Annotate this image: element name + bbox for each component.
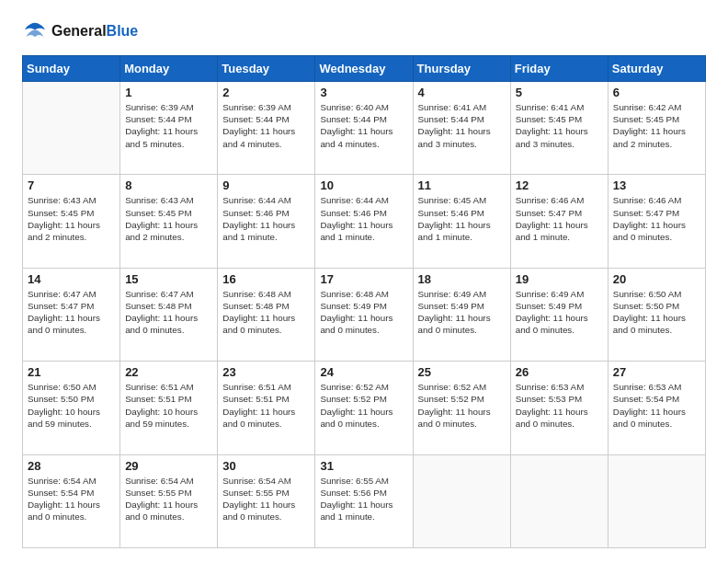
day-number: 9 — [222, 178, 310, 192]
day-info: Sunrise: 6:41 AMSunset: 5:45 PMDaylight:… — [516, 101, 603, 150]
weekday-header-thursday: Thursday — [413, 56, 510, 82]
weekday-header-saturday: Saturday — [608, 56, 705, 82]
day-number: 2 — [222, 86, 310, 99]
weekday-header-wednesday: Wednesday — [315, 56, 413, 82]
calendar-day-22: 22Sunrise: 6:51 AMSunset: 5:51 PMDayligh… — [120, 362, 218, 454]
day-info: Sunrise: 6:49 AMSunset: 5:49 PMDaylight:… — [418, 288, 506, 337]
day-info: Sunrise: 6:46 AMSunset: 5:47 PMDaylight:… — [516, 194, 603, 243]
calendar-day-18: 18Sunrise: 6:49 AMSunset: 5:49 PMDayligh… — [413, 268, 510, 361]
day-info: Sunrise: 6:48 AMSunset: 5:48 PMDaylight:… — [222, 288, 310, 337]
header: GeneralBlue — [22, 18, 706, 44]
calendar-day-29: 29Sunrise: 6:54 AMSunset: 5:55 PMDayligh… — [120, 454, 218, 547]
day-number: 7 — [28, 178, 115, 192]
calendar-day-17: 17Sunrise: 6:48 AMSunset: 5:49 PMDayligh… — [315, 268, 413, 361]
calendar-day-11: 11Sunrise: 6:45 AMSunset: 5:46 PMDayligh… — [413, 175, 510, 268]
logo: GeneralBlue — [22, 18, 138, 44]
day-number: 14 — [28, 272, 115, 286]
day-number: 19 — [516, 272, 603, 286]
day-info: Sunrise: 6:53 AMSunset: 5:53 PMDaylight:… — [516, 381, 603, 430]
day-info: Sunrise: 6:47 AMSunset: 5:48 PMDaylight:… — [125, 288, 212, 337]
logo-icon — [22, 18, 48, 44]
day-number: 16 — [222, 272, 310, 286]
calendar-week-1: 1Sunrise: 6:39 AMSunset: 5:44 PMDaylight… — [23, 82, 706, 175]
calendar-week-2: 7Sunrise: 6:43 AMSunset: 5:45 PMDaylight… — [23, 175, 706, 268]
day-number: 29 — [125, 459, 212, 473]
calendar-day-10: 10Sunrise: 6:44 AMSunset: 5:46 PMDayligh… — [315, 175, 413, 268]
calendar-day-21: 21Sunrise: 6:50 AMSunset: 5:50 PMDayligh… — [23, 362, 120, 454]
day-info: Sunrise: 6:43 AMSunset: 5:45 PMDaylight:… — [28, 194, 115, 243]
calendar-day-13: 13Sunrise: 6:46 AMSunset: 5:47 PMDayligh… — [608, 175, 705, 268]
day-info: Sunrise: 6:46 AMSunset: 5:47 PMDaylight:… — [613, 194, 700, 243]
day-info: Sunrise: 6:52 AMSunset: 5:52 PMDaylight:… — [418, 381, 506, 430]
day-info: Sunrise: 6:42 AMSunset: 5:45 PMDaylight:… — [613, 101, 700, 150]
day-number: 22 — [125, 365, 212, 379]
day-info: Sunrise: 6:39 AMSunset: 5:44 PMDaylight:… — [222, 101, 310, 150]
calendar-day-empty — [23, 82, 120, 175]
day-number: 18 — [418, 272, 506, 286]
day-number: 11 — [418, 178, 506, 192]
day-info: Sunrise: 6:55 AMSunset: 5:56 PMDaylight:… — [320, 475, 407, 523]
day-info: Sunrise: 6:50 AMSunset: 5:50 PMDaylight:… — [28, 381, 115, 430]
calendar-day-31: 31Sunrise: 6:55 AMSunset: 5:56 PMDayligh… — [315, 454, 413, 547]
weekday-header-friday: Friday — [510, 56, 608, 82]
day-number: 8 — [125, 178, 212, 192]
day-info: Sunrise: 6:51 AMSunset: 5:51 PMDaylight:… — [125, 381, 212, 430]
day-number: 21 — [28, 365, 115, 379]
calendar-day-6: 6Sunrise: 6:42 AMSunset: 5:45 PMDaylight… — [608, 82, 705, 175]
calendar-day-empty — [510, 454, 608, 547]
day-number: 28 — [28, 459, 115, 473]
calendar-day-19: 19Sunrise: 6:49 AMSunset: 5:49 PMDayligh… — [510, 268, 608, 361]
weekday-header-monday: Monday — [120, 56, 218, 82]
calendar-week-3: 14Sunrise: 6:47 AMSunset: 5:47 PMDayligh… — [23, 268, 706, 361]
calendar-day-1: 1Sunrise: 6:39 AMSunset: 5:44 PMDaylight… — [120, 82, 218, 175]
day-number: 12 — [516, 178, 603, 192]
day-info: Sunrise: 6:44 AMSunset: 5:46 PMDaylight:… — [222, 194, 310, 243]
calendar-day-14: 14Sunrise: 6:47 AMSunset: 5:47 PMDayligh… — [23, 268, 120, 361]
day-number: 1 — [125, 86, 212, 99]
calendar-day-5: 5Sunrise: 6:41 AMSunset: 5:45 PMDaylight… — [510, 82, 608, 175]
day-info: Sunrise: 6:54 AMSunset: 5:55 PMDaylight:… — [125, 475, 212, 523]
day-number: 23 — [222, 365, 310, 379]
day-number: 26 — [516, 365, 603, 379]
calendar-day-30: 30Sunrise: 6:54 AMSunset: 5:55 PMDayligh… — [218, 454, 315, 547]
day-info: Sunrise: 6:41 AMSunset: 5:44 PMDaylight:… — [418, 101, 506, 150]
calendar-day-23: 23Sunrise: 6:51 AMSunset: 5:51 PMDayligh… — [218, 362, 315, 454]
page: GeneralBlue SundayMondayTuesdayWednesday… — [0, 0, 728, 563]
day-info: Sunrise: 6:50 AMSunset: 5:50 PMDaylight:… — [613, 288, 700, 337]
day-info: Sunrise: 6:53 AMSunset: 5:54 PMDaylight:… — [613, 381, 700, 430]
calendar-day-7: 7Sunrise: 6:43 AMSunset: 5:45 PMDaylight… — [23, 175, 120, 268]
day-number: 10 — [320, 178, 407, 192]
calendar-day-9: 9Sunrise: 6:44 AMSunset: 5:46 PMDaylight… — [218, 175, 315, 268]
day-number: 6 — [613, 86, 700, 99]
day-number: 30 — [222, 459, 310, 473]
day-info: Sunrise: 6:44 AMSunset: 5:46 PMDaylight:… — [320, 194, 407, 243]
calendar-day-empty — [413, 454, 510, 547]
day-number: 31 — [320, 459, 407, 473]
calendar-day-4: 4Sunrise: 6:41 AMSunset: 5:44 PMDaylight… — [413, 82, 510, 175]
day-number: 27 — [613, 365, 700, 379]
day-number: 25 — [418, 365, 506, 379]
day-info: Sunrise: 6:51 AMSunset: 5:51 PMDaylight:… — [222, 381, 310, 430]
day-info: Sunrise: 6:54 AMSunset: 5:54 PMDaylight:… — [28, 475, 115, 523]
weekday-header-tuesday: Tuesday — [218, 56, 315, 82]
calendar-day-27: 27Sunrise: 6:53 AMSunset: 5:54 PMDayligh… — [608, 362, 705, 454]
day-info: Sunrise: 6:49 AMSunset: 5:49 PMDaylight:… — [516, 288, 603, 337]
day-info: Sunrise: 6:45 AMSunset: 5:46 PMDaylight:… — [418, 194, 506, 243]
weekday-header-sunday: Sunday — [23, 56, 120, 82]
calendar-day-2: 2Sunrise: 6:39 AMSunset: 5:44 PMDaylight… — [218, 82, 315, 175]
calendar-day-empty — [608, 454, 705, 547]
day-info: Sunrise: 6:39 AMSunset: 5:44 PMDaylight:… — [125, 101, 212, 150]
day-number: 4 — [418, 86, 506, 99]
day-number: 20 — [613, 272, 700, 286]
calendar-day-26: 26Sunrise: 6:53 AMSunset: 5:53 PMDayligh… — [510, 362, 608, 454]
day-info: Sunrise: 6:43 AMSunset: 5:45 PMDaylight:… — [125, 194, 212, 243]
day-number: 24 — [320, 365, 407, 379]
day-info: Sunrise: 6:54 AMSunset: 5:55 PMDaylight:… — [222, 475, 310, 523]
day-number: 15 — [125, 272, 212, 286]
day-number: 17 — [320, 272, 407, 286]
calendar-day-28: 28Sunrise: 6:54 AMSunset: 5:54 PMDayligh… — [23, 454, 120, 547]
day-info: Sunrise: 6:52 AMSunset: 5:52 PMDaylight:… — [320, 381, 407, 430]
calendar-day-20: 20Sunrise: 6:50 AMSunset: 5:50 PMDayligh… — [608, 268, 705, 361]
day-info: Sunrise: 6:48 AMSunset: 5:49 PMDaylight:… — [320, 288, 407, 337]
calendar-header-row: SundayMondayTuesdayWednesdayThursdayFrid… — [23, 56, 706, 82]
